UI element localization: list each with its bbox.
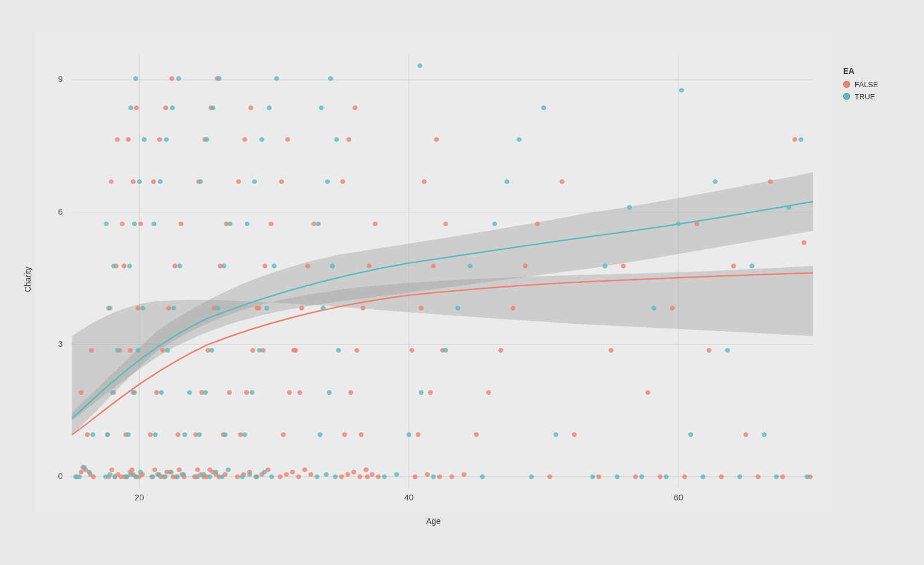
svg-point-213 [170, 105, 174, 110]
svg-point-290 [750, 263, 754, 268]
svg-point-203 [175, 474, 180, 479]
svg-point-191 [136, 347, 140, 352]
svg-point-60 [163, 105, 168, 110]
svg-point-104 [278, 474, 282, 479]
svg-point-102 [255, 305, 259, 310]
svg-point-234 [240, 474, 244, 479]
svg-point-218 [201, 472, 206, 477]
y-axis-label: Charity [23, 267, 32, 292]
svg-point-170 [707, 347, 711, 352]
svg-point-313 [113, 474, 117, 479]
svg-point-277 [590, 474, 595, 479]
svg-point-233 [223, 432, 228, 437]
svg-point-247 [267, 105, 271, 110]
svg-point-115 [311, 221, 316, 226]
chart-wrapper: Charity [12, 14, 912, 551]
svg-point-125 [370, 472, 374, 477]
svg-point-178 [802, 240, 806, 245]
svg-point-286 [701, 474, 705, 479]
svg-text:0: 0 [58, 472, 62, 481]
svg-point-62 [176, 432, 180, 437]
svg-point-221 [219, 474, 224, 479]
svg-point-70 [195, 467, 200, 472]
svg-point-190 [131, 390, 135, 394]
svg-point-159 [560, 179, 564, 184]
svg-point-240 [249, 390, 254, 394]
svg-point-254 [336, 347, 341, 352]
svg-point-105 [284, 472, 289, 477]
svg-point-54 [160, 347, 165, 352]
svg-point-250 [324, 472, 329, 477]
svg-point-285 [688, 432, 693, 437]
svg-point-55 [166, 305, 171, 310]
svg-point-31 [129, 467, 134, 472]
svg-point-207 [165, 347, 170, 352]
svg-point-315 [110, 390, 114, 394]
svg-point-225 [209, 347, 214, 352]
svg-point-58 [151, 179, 155, 184]
svg-point-158 [547, 474, 552, 479]
svg-point-310 [115, 137, 120, 141]
x-axis-label: Age [35, 512, 832, 528]
svg-point-61 [169, 76, 174, 81]
svg-point-216 [187, 390, 192, 394]
svg-text:6: 6 [58, 207, 62, 216]
svg-point-160 [572, 432, 576, 437]
svg-point-124 [364, 467, 368, 472]
svg-point-153 [486, 390, 491, 394]
svg-point-219 [207, 474, 212, 479]
svg-point-72 [207, 467, 212, 472]
svg-point-47 [152, 467, 157, 472]
svg-point-228 [228, 221, 232, 226]
svg-point-165 [646, 390, 650, 394]
svg-point-114 [305, 263, 310, 268]
svg-point-100 [243, 137, 247, 141]
svg-text:60: 60 [674, 492, 684, 502]
svg-point-276 [553, 432, 558, 437]
svg-point-204 [181, 472, 185, 477]
svg-point-136 [359, 432, 363, 437]
svg-point-155 [511, 305, 515, 310]
chart-container: Charity [12, 14, 912, 551]
svg-point-230 [204, 137, 209, 141]
scatter-plot-svg: 0 3 6 9 20 40 60 [35, 32, 832, 512]
svg-point-251 [333, 474, 338, 479]
svg-point-275 [541, 105, 546, 110]
svg-point-195 [137, 179, 141, 184]
svg-point-133 [340, 179, 345, 184]
svg-point-241 [257, 347, 262, 352]
svg-point-299 [109, 467, 114, 472]
svg-point-278 [602, 263, 607, 268]
svg-point-196 [142, 137, 147, 141]
svg-point-53 [154, 390, 159, 394]
svg-point-243 [271, 263, 276, 268]
svg-point-223 [197, 432, 202, 437]
svg-point-212 [164, 137, 169, 141]
chart-and-legend: 0 3 6 9 20 40 60 [35, 32, 901, 528]
svg-point-152 [474, 432, 479, 437]
svg-point-263 [394, 472, 399, 477]
svg-point-137 [365, 474, 370, 479]
svg-point-197 [128, 105, 133, 110]
svg-point-193 [127, 263, 132, 268]
svg-point-117 [285, 137, 290, 141]
svg-point-288 [725, 347, 729, 352]
svg-point-317 [106, 305, 111, 310]
svg-point-248 [274, 76, 279, 81]
svg-point-217 [195, 474, 200, 479]
svg-point-199 [150, 474, 155, 479]
svg-point-192 [140, 305, 145, 310]
svg-point-274 [529, 474, 534, 479]
svg-point-265 [419, 390, 423, 394]
svg-point-318 [111, 263, 116, 268]
svg-point-231 [210, 105, 215, 110]
svg-point-308 [120, 221, 124, 226]
svg-point-113 [299, 305, 304, 310]
svg-point-208 [171, 305, 176, 310]
svg-point-49 [165, 469, 169, 474]
svg-point-266 [431, 474, 435, 479]
svg-point-259 [334, 137, 339, 141]
svg-point-268 [456, 305, 460, 310]
svg-point-194 [132, 221, 137, 226]
svg-point-120 [339, 474, 344, 479]
